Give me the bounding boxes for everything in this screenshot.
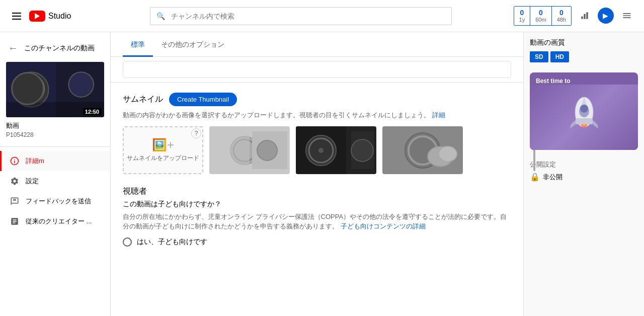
svg-point-6 xyxy=(16,74,44,103)
thumbnail-upload-wrapper: 🖼️+ サムネイルをアップロード ? xyxy=(123,126,203,174)
svg-rect-9 xyxy=(84,108,102,115)
svg-point-27 xyxy=(351,139,373,162)
svg-rect-1 xyxy=(584,14,585,19)
header-right: 0 1y 0 60m 0 48h ▶ xyxy=(514,6,636,26)
analytics-pills: 0 1y 0 60m 0 48h xyxy=(514,6,572,26)
sidebar-title: このチャンネルの動画 xyxy=(24,44,95,53)
youtube-studio-logo[interactable]: Studio xyxy=(29,11,71,22)
svg-text:12:50: 12:50 xyxy=(85,109,98,115)
svg-point-5 xyxy=(14,72,49,107)
analytics-60m-label: 60m xyxy=(535,17,546,23)
audience-detail-link[interactable]: 子ども向けコンテンツの詳細 xyxy=(341,222,426,230)
tab-other-options[interactable]: その他のオプション xyxy=(153,32,232,57)
sidebar-item-legacy[interactable]: 従来のクリエイター ... xyxy=(0,211,110,231)
analytics-48h-num: 0 xyxy=(559,9,564,17)
svg-rect-14 xyxy=(13,200,16,201)
publish-status-text: 非公開 xyxy=(543,173,562,182)
radio-yes-label: はい、子ども向けです xyxy=(137,238,207,247)
tab-standard[interactable]: 標準 xyxy=(123,32,153,57)
thumbnail-option-1[interactable] xyxy=(209,126,290,174)
best-time-header: Best time to xyxy=(530,72,638,85)
thumbnail-option-3[interactable] xyxy=(382,126,463,174)
search-input[interactable] xyxy=(171,12,451,20)
radio-yes-circle xyxy=(123,238,132,247)
sidebar-details-label: 詳細m xyxy=(26,156,44,166)
svg-rect-19 xyxy=(209,126,250,174)
thumbnail-section: サムネイル Create Thumbnail 動画の内容がわかる画像を選択するか… xyxy=(123,93,511,174)
hd-button[interactable]: HD xyxy=(550,51,569,62)
best-time-visual xyxy=(530,85,638,150)
right-panel: 動画の画質 SD HD Best time to xyxy=(523,32,644,316)
svg-rect-0 xyxy=(581,17,583,19)
analytics-1y[interactable]: 0 1y xyxy=(514,7,531,26)
radio-yes[interactable]: はい、子ども向けです xyxy=(123,238,511,247)
analytics-chart-button[interactable] xyxy=(576,7,594,25)
main-layout: ← このチャンネルの動画 12:50 動画 P1054228 xyxy=(0,32,644,316)
audience-description: 自分の所在地にかかわらず、児童オンライン プライバシー保護法（COPPA）やその… xyxy=(123,212,511,231)
more-options-button[interactable] xyxy=(618,7,636,25)
help-icon[interactable]: ? xyxy=(191,128,201,138)
thumbnail-option-2[interactable] xyxy=(296,126,376,174)
header-left: Studio xyxy=(8,9,119,24)
main-content: 標準 その他のオプション サムネイル Create Thumbnail 動画の内… xyxy=(111,32,523,316)
sd-button[interactable]: SD xyxy=(530,51,548,62)
video-quality-section: 動画の画質 SD HD xyxy=(530,38,638,62)
private-icon: 🔒 xyxy=(530,172,540,182)
svg-point-7 xyxy=(68,72,94,97)
sidebar-item-settings[interactable]: 設定 xyxy=(0,171,110,191)
publish-section: 公開設定 🔒 非公開 xyxy=(530,160,638,182)
youtube-icon xyxy=(29,11,45,22)
sidebar: ← このチャンネルの動画 12:50 動画 P1054228 xyxy=(0,32,111,316)
sidebar-item-details[interactable]: 詳細m xyxy=(0,151,110,171)
back-button[interactable]: ← xyxy=(8,42,18,54)
thumbnail-detail-link[interactable]: 詳細 xyxy=(432,111,445,119)
video-thumbnail-image: 12:50 xyxy=(6,62,104,117)
sidebar-video-info: 動画 P1054228 xyxy=(0,117,110,142)
search-form: 🔍 xyxy=(150,7,452,25)
publish-status: 🔒 非公開 xyxy=(530,172,638,182)
settings-icon xyxy=(10,176,20,186)
svg-point-28 xyxy=(318,148,324,153)
audience-question: この動画は子ども向けですか？ xyxy=(123,200,511,209)
svg-point-12 xyxy=(14,159,15,160)
sidebar-settings-label: 設定 xyxy=(26,177,39,186)
svg-rect-2 xyxy=(586,13,588,19)
sidebar-video-thumbnail: 12:50 xyxy=(6,62,104,117)
search-bar: 🔍 xyxy=(150,7,452,25)
sidebar-video-id: P1054228 xyxy=(6,131,104,138)
sidebar-header: ← このチャンネルの動画 xyxy=(0,36,110,62)
svg-rect-37 xyxy=(576,118,593,124)
tabs-bar: 標準 その他のオプション xyxy=(111,32,523,57)
avatar-button[interactable]: ▶ xyxy=(598,8,614,24)
thumbnail-description: 動画の内容がわかる画像を選択するかアップロードします。視聴者の目を引くサムネイル… xyxy=(123,110,511,120)
best-time-card[interactable]: Best time to xyxy=(530,72,638,150)
audience-title: 視聴者 xyxy=(123,186,511,197)
publish-title: 公開設定 xyxy=(530,160,638,169)
sidebar-item-feedback[interactable]: フィードバックを送信 xyxy=(0,191,110,211)
sidebar-video-title: 動画 xyxy=(6,121,104,130)
thumbnail-section-title: サムネイル xyxy=(123,94,163,105)
svg-point-36 xyxy=(580,105,588,113)
analytics-60m[interactable]: 0 60m xyxy=(530,7,551,26)
quality-title: 動画の画質 xyxy=(530,38,638,47)
sidebar-legacy-label: 従来のクリエイター ... xyxy=(26,217,92,226)
studio-label: Studio xyxy=(48,12,71,21)
analytics-60m-num: 0 xyxy=(539,9,543,17)
svg-point-33 xyxy=(439,146,457,162)
svg-rect-13 xyxy=(14,161,15,163)
title-input[interactable] xyxy=(123,61,511,78)
upload-label: サムネイルをアップロード xyxy=(127,154,199,163)
app-header: Studio 🔍 0 1y 0 60m 0 48h ▶ xyxy=(0,0,644,32)
sidebar-feedback-label: フィードバックを送信 xyxy=(26,197,91,206)
feedback-icon xyxy=(10,196,20,206)
analytics-1y-num: 0 xyxy=(520,9,524,17)
best-time-section: Best time to xyxy=(530,72,638,150)
create-thumbnail-button[interactable]: Create Thumbnail xyxy=(169,93,237,106)
analytics-48h[interactable]: 0 48h xyxy=(552,7,571,26)
analytics-48h-label: 48h xyxy=(557,17,566,23)
svg-rect-15 xyxy=(13,199,16,200)
svg-point-21 xyxy=(257,140,277,161)
hamburger-button[interactable] xyxy=(8,9,25,24)
sidebar-divider xyxy=(0,146,110,147)
quality-buttons: SD HD xyxy=(530,51,638,62)
